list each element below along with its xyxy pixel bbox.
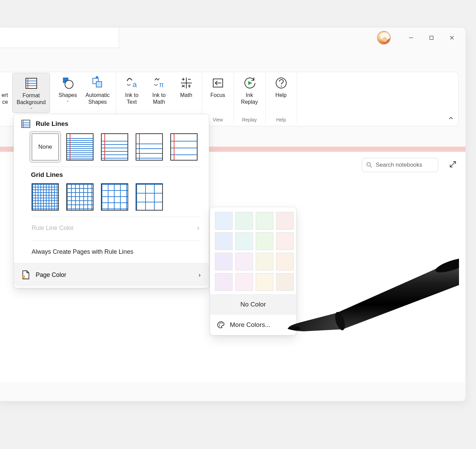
minimize-icon (409, 35, 413, 40)
svg-point-29 (367, 163, 371, 166)
ink-to-text-icon: a (125, 76, 139, 90)
maximize-button[interactable] (421, 31, 442, 45)
help-button[interactable]: Help (268, 73, 295, 113)
svg-rect-1 (430, 36, 433, 39)
color-swatch-13[interactable] (235, 273, 253, 291)
ink-to-math-icon: π (152, 76, 166, 90)
chevron-up-icon (448, 116, 454, 121)
expand-button[interactable] (448, 159, 458, 169)
chevron-down-icon: ⌄ (30, 105, 33, 110)
svg-line-30 (370, 166, 372, 168)
svg-point-10 (65, 80, 73, 88)
close-button[interactable] (442, 31, 462, 45)
color-swatch-10[interactable] (256, 253, 273, 270)
color-swatch-6[interactable] (256, 232, 273, 250)
svg-point-39 (222, 323, 223, 324)
no-color-label: No Color (240, 301, 266, 308)
svg-rect-36 (22, 276, 25, 278)
svg-point-40 (219, 326, 220, 327)
chevron-right-icon: › (199, 271, 201, 279)
color-swatch-15[interactable] (276, 273, 294, 291)
math-icon (180, 76, 193, 90)
color-swatch-9[interactable] (235, 253, 253, 270)
svg-text:π: π (159, 81, 164, 88)
format-background-label: Format Background (17, 92, 46, 106)
chevron-down-icon: ⌄ (66, 98, 69, 103)
svg-point-21 (189, 86, 190, 87)
more-colors-label: More Colors... (230, 321, 270, 329)
always-rule-item[interactable]: Always Create Pages with Rule Lines (14, 241, 209, 263)
color-swatch-0[interactable] (215, 212, 233, 230)
grid-lines-heading: Grid Lines (14, 167, 209, 181)
color-swatch-3[interactable] (276, 212, 294, 230)
search-icon (366, 162, 372, 168)
rule-line-color-item: Rule Line Color › (14, 217, 209, 239)
color-swatch-11[interactable] (276, 253, 294, 270)
group-label-replay: Replay (234, 117, 265, 122)
color-swatch-grid (210, 207, 296, 294)
grid-medium-option[interactable] (66, 183, 94, 211)
help-icon (274, 76, 288, 90)
group-label-help: Help (266, 117, 297, 122)
rule-wide-option[interactable] (170, 133, 198, 161)
color-swatch-1[interactable] (235, 212, 253, 230)
color-swatch-8[interactable] (215, 253, 233, 270)
ribbon-partial-button[interactable]: ert ce (0, 73, 12, 113)
minimize-button[interactable] (401, 31, 421, 45)
focus-label: Focus (210, 92, 225, 99)
maximize-icon (429, 35, 434, 40)
ink-to-math-button[interactable]: π Ink to Math (146, 73, 173, 113)
ink-replay-button[interactable]: Ink Replay (236, 73, 263, 113)
svg-point-37 (219, 324, 220, 325)
no-color-item[interactable]: No Color (210, 294, 296, 314)
svg-marker-26 (248, 81, 252, 85)
rule-standard-option[interactable] (136, 133, 163, 161)
ribbon-collapse-button[interactable] (448, 116, 454, 122)
rule-college-option[interactable] (101, 133, 128, 161)
help-label: Help (275, 92, 287, 99)
color-swatch-12[interactable] (215, 273, 233, 291)
math-button[interactable]: Math (173, 73, 200, 113)
more-colors-item[interactable]: More Colors... (210, 314, 296, 335)
page-color-menu: No Color More Colors... (210, 207, 296, 335)
color-swatch-5[interactable] (235, 232, 253, 250)
grid-lines-options (14, 181, 209, 215)
rule-lines-heading: Rule Lines (36, 120, 68, 128)
svg-rect-31 (22, 120, 30, 128)
chevron-right-icon: › (197, 224, 199, 232)
color-swatch-2[interactable] (256, 212, 273, 230)
automatic-shapes-label: Automatic Shapes (85, 92, 109, 105)
palette-icon (217, 321, 225, 329)
shapes-label: Shapes (58, 92, 77, 99)
shapes-icon (61, 76, 74, 90)
math-label: Math (180, 92, 192, 99)
format-background-button[interactable]: Format Background ⌄ (12, 73, 50, 113)
avatar[interactable] (377, 31, 391, 45)
ribbon-partial-label: ert ce (2, 92, 8, 105)
focus-button[interactable]: Focus (204, 73, 232, 113)
expand-icon (449, 161, 457, 168)
grid-xlarge-option[interactable] (136, 183, 163, 211)
svg-point-38 (220, 322, 221, 323)
page-color-item[interactable]: Page Color › (14, 263, 209, 286)
format-background-menu: Rule Lines None Grid Lines Rule Line Col… (14, 114, 209, 288)
grid-large-option[interactable] (101, 183, 128, 211)
always-rule-label: Always Create Pages with Rule Lines (32, 248, 133, 255)
ink-to-text-button[interactable]: a Ink to Text (118, 73, 146, 113)
ink-replay-icon (243, 76, 256, 90)
ink-replay-label: Ink Replay (241, 92, 258, 105)
grid-small-option[interactable] (32, 183, 59, 211)
color-swatch-14[interactable] (256, 273, 273, 291)
color-swatch-4[interactable] (215, 232, 233, 250)
rule-none-label: None (38, 144, 52, 150)
color-swatch-7[interactable] (276, 232, 294, 250)
title-field[interactable] (0, 28, 119, 48)
focus-icon (211, 76, 225, 90)
svg-point-20 (189, 84, 190, 85)
search-input[interactable]: Search notebooks (362, 158, 438, 172)
rule-narrow-option[interactable] (66, 133, 94, 161)
rule-none-option[interactable]: None (32, 133, 59, 161)
shapes-button[interactable]: Shapes ⌄ (54, 73, 81, 113)
automatic-shapes-button[interactable]: Automatic Shapes (81, 73, 114, 113)
search-placeholder: Search notebooks (376, 162, 422, 168)
